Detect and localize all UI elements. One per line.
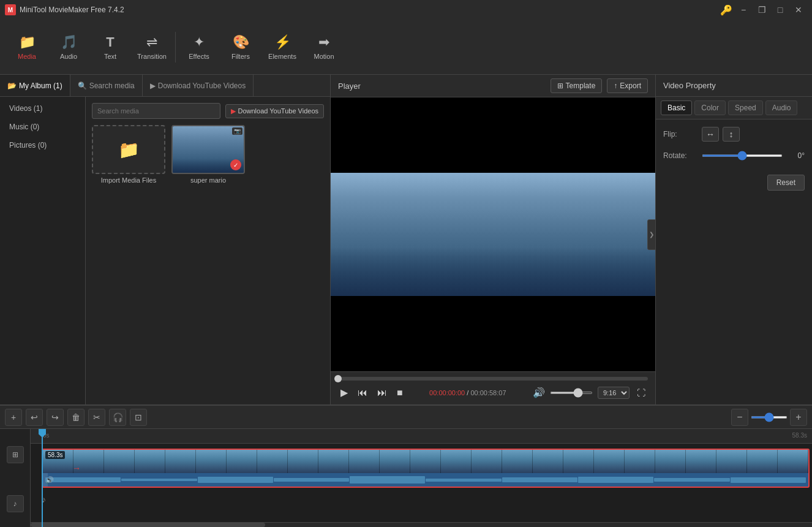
audio-track-area: ♪: [7, 495, 24, 512]
toolbar-text[interactable]: T Text: [89, 23, 131, 72]
track-labels: ⊞ ♪: [0, 429, 31, 527]
collapse-panel-button[interactable]: ❯: [647, 219, 655, 250]
tab-my-album[interactable]: 📂 My Album (1): [0, 75, 70, 96]
delete-button[interactable]: 🗑: [67, 409, 85, 426]
super-mario-item[interactable]: 📷 ✓ super mario: [171, 125, 245, 184]
media-toolbar: ▶ Download YouTube Videos: [92, 103, 324, 119]
video-clip[interactable]: ⋮ 58.3s: [42, 449, 810, 488]
aspect-ratio-select[interactable]: 9:16 16:9 1:1 4:3: [598, 387, 630, 399]
prop-tab-basic[interactable]: Basic: [661, 100, 692, 115]
rotate-row: Rotate: 0°: [663, 151, 805, 160]
audio-detach-button[interactable]: 🎧: [109, 409, 126, 426]
toolbar-media[interactable]: 📁 Media: [6, 23, 48, 72]
template-label: Template: [566, 82, 596, 90]
filmstrip-frame: [747, 450, 778, 473]
zoom-in-button[interactable]: +: [790, 409, 807, 426]
maximize-button[interactable]: □: [772, 1, 789, 18]
redo-button[interactable]: ↪: [47, 409, 64, 426]
audio-track-label[interactable]: ♪: [7, 495, 24, 512]
filmstrip-frame: [625, 450, 655, 473]
play-button[interactable]: ▶: [338, 385, 350, 400]
minimize-button[interactable]: −: [735, 1, 752, 18]
toolbar-motion[interactable]: ➡ Motion: [303, 23, 345, 72]
progress-thumb[interactable]: [334, 375, 342, 382]
filmstrip: [43, 450, 808, 474]
progress-bar[interactable]: [338, 377, 648, 381]
video-black-bot: [331, 296, 655, 371]
import-label: Import Media Files: [101, 176, 156, 184]
text-label: Text: [104, 53, 116, 60]
app-title: MiniTool MovieMaker Free 7.4.2: [20, 6, 720, 14]
super-mario-thumb: 📷 ✓: [171, 125, 245, 174]
toolbar-audio[interactable]: 🎵 Audio: [48, 23, 89, 72]
audio-label: Audio: [60, 53, 77, 60]
zoom-slider[interactable]: [751, 416, 788, 419]
download-yt-text: Download YouTube Videos: [238, 107, 319, 115]
timeline-scrollbar[interactable]: [31, 522, 812, 527]
sidebar-item-music[interactable]: Music (0): [0, 118, 85, 136]
toolbar-filters[interactable]: 🎨 Filters: [220, 23, 261, 72]
download-youtube-button[interactable]: ▶ Download YouTube Videos: [225, 104, 325, 118]
volume-slider[interactable]: [550, 392, 593, 394]
toolbar-elements[interactable]: ⚡ Elements: [261, 23, 303, 72]
filmstrip-frame: [594, 450, 625, 473]
scrollbar-thumb[interactable]: [31, 523, 265, 527]
stop-button[interactable]: ■: [394, 386, 405, 400]
transition-label: Transition: [137, 53, 167, 60]
split-button[interactable]: ✂: [88, 409, 105, 426]
waveform-bar: [654, 478, 729, 482]
toolbar-transition[interactable]: ⇌ Transition: [131, 23, 173, 72]
clip-arrow: →: [72, 463, 81, 473]
fullscreen-button[interactable]: ⛶: [634, 387, 648, 399]
prop-tab-color[interactable]: Color: [694, 100, 726, 115]
sidebar-item-videos[interactable]: Videos (1): [0, 99, 85, 118]
property-tabs: Basic Color Speed Audio: [656, 97, 812, 119]
download-yt-label: Download YouTube Videos: [158, 82, 246, 90]
prop-tab-audio[interactable]: Audio: [765, 100, 798, 115]
prev-frame-button[interactable]: ⏮: [355, 386, 370, 400]
flip-row: Flip: ↔ ↕: [663, 127, 805, 142]
restore-button[interactable]: ❐: [753, 1, 770, 18]
flip-horizontal-button[interactable]: ↔: [702, 127, 719, 142]
audio-icon: 🔊: [45, 476, 54, 484]
time-current: 00:00:00:00: [429, 389, 465, 396]
undo-button[interactable]: ↩: [26, 409, 43, 426]
player-header: Player ⊞ Template ↑ Export: [331, 75, 655, 97]
filmstrip-frame: [441, 450, 472, 473]
playhead[interactable]: [42, 429, 43, 527]
main-layout: 📂 My Album (1) 🔍 Search media ▶ Download…: [0, 75, 812, 404]
reset-button[interactable]: Reset: [767, 175, 805, 191]
waveform-bar: [198, 477, 273, 483]
left-panel-tabs: 📂 My Album (1) 🔍 Search media ▶ Download…: [0, 75, 330, 97]
close-button[interactable]: ✕: [790, 1, 807, 18]
video-track-label[interactable]: ⊞: [7, 446, 24, 463]
titlebar: M MiniTool MovieMaker Free 7.4.2 🔑 − ❐ □…: [0, 0, 812, 20]
left-content: Videos (1) Music (0) Pictures (0) ▶ Down…: [0, 97, 330, 404]
filmstrip-frame: [380, 450, 410, 473]
waveform-bar: [502, 477, 577, 482]
toolbar-separator: [175, 32, 176, 63]
prop-tab-speed[interactable]: Speed: [728, 100, 763, 115]
filmstrip-frame: [349, 450, 380, 473]
volume-button[interactable]: 🔊: [530, 385, 547, 400]
add-media-button[interactable]: +: [5, 409, 22, 426]
zoom-out-button[interactable]: −: [731, 409, 748, 426]
rotate-slider[interactable]: [702, 154, 783, 157]
crop-button[interactable]: ⊡: [130, 409, 147, 426]
timeline-content: ⊞ ♪ 0s 58.3s ⋮ 58.3s: [0, 429, 812, 527]
toolbar-effects[interactable]: ✦ Effects: [178, 23, 220, 72]
import-media-item[interactable]: 📁 Import Media Files: [92, 125, 165, 184]
player-video: ❯: [331, 97, 655, 371]
tab-search-media[interactable]: 🔍 Search media: [70, 75, 143, 96]
next-frame-button[interactable]: ⏭: [375, 386, 389, 400]
template-button[interactable]: ⊞ Template: [551, 78, 603, 93]
effects-label: Effects: [189, 53, 209, 60]
flip-v-icon: ↕: [729, 129, 734, 139]
tab-download-yt[interactable]: ▶ Download YouTube Videos: [143, 75, 254, 96]
sidebar-item-pictures[interactable]: Pictures (0): [0, 136, 85, 154]
video-black-top: [331, 97, 655, 173]
flip-vertical-button[interactable]: ↕: [723, 127, 740, 142]
search-input[interactable]: [92, 103, 220, 119]
my-album-icon: 📂: [7, 82, 17, 90]
export-button[interactable]: ↑ Export: [607, 78, 648, 93]
